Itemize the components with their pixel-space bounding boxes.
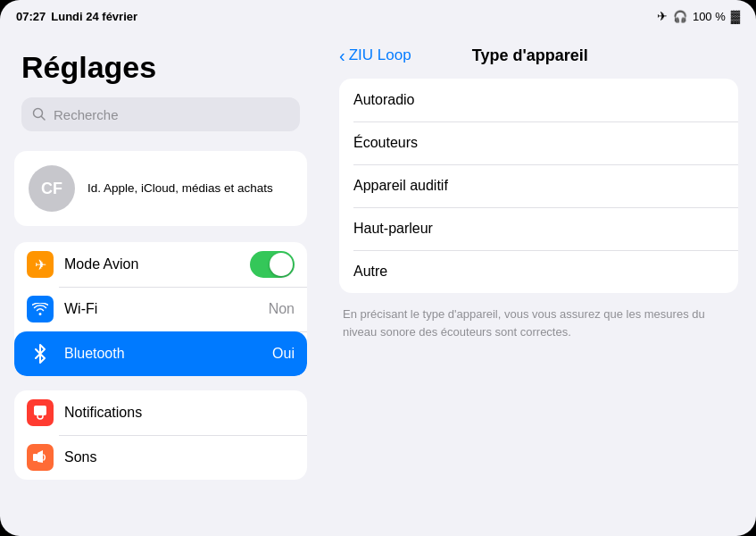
notifications-label: Notifications <box>64 405 295 421</box>
search-bar[interactable]: Recherche <box>21 97 300 131</box>
option-haut-parleur[interactable]: Haut-parleur <box>339 207 738 250</box>
airplane-status-icon: ✈ <box>657 9 668 23</box>
option-label-autoradio: Autoradio <box>353 92 415 108</box>
headphone-icon: 🎧 <box>673 10 687 23</box>
avatar: CF <box>29 165 75 212</box>
option-label-ecouteurs: Écouteurs <box>353 135 418 151</box>
status-bar: 07:27 Lundi 24 février ✈ 🎧 100 % ▓ <box>0 0 756 32</box>
back-button[interactable]: ‹ ZIU Loop <box>339 46 411 64</box>
mode-avion-toggle[interactable] <box>250 251 295 278</box>
search-placeholder: Recherche <box>54 107 119 122</box>
sidebar-header: Réglages Recherche <box>0 32 321 142</box>
svg-rect-3 <box>33 454 37 461</box>
sons-icon <box>27 444 54 471</box>
svg-rect-2 <box>34 406 46 415</box>
sidebar-item-wifi[interactable]: Wi-Fi Non <box>14 287 307 331</box>
sidebar: Réglages Recherche CF Id. Apple, iCloud,… <box>0 32 321 536</box>
back-chevron-icon: ‹ <box>339 46 345 64</box>
option-label-appareil-auditif: Appareil auditif <box>353 178 448 194</box>
main-content: Réglages Recherche CF Id. Apple, iCloud,… <box>0 32 756 536</box>
settings-group-connectivity: ✈ Mode Avion <box>14 242 307 376</box>
right-panel-content: Autoradio Écouteurs Appareil auditif Hau… <box>321 79 756 536</box>
sidebar-item-mode-avion[interactable]: ✈ Mode Avion <box>14 242 307 287</box>
bluetooth-value: Oui <box>272 346 295 362</box>
sidebar-item-bluetooth[interactable]: Bluetooth Oui <box>14 331 307 376</box>
option-autre[interactable]: Autre <box>339 250 738 293</box>
battery-percent: 100 % <box>693 10 726 23</box>
search-icon <box>32 107 46 121</box>
right-panel: ‹ ZIU Loop Type d'appareil Autoradio Éco… <box>321 32 756 536</box>
sidebar-item-sons[interactable]: Sons <box>14 435 307 480</box>
sidebar-title: Réglages <box>21 50 300 85</box>
notifications-icon <box>27 399 54 426</box>
option-ecouteurs[interactable]: Écouteurs <box>339 121 738 164</box>
option-label-autre: Autre <box>353 264 387 280</box>
wifi-icon <box>27 296 54 322</box>
option-autoradio[interactable]: Autoradio <box>339 79 738 121</box>
status-right: ✈ 🎧 100 % ▓ <box>657 9 740 23</box>
ipad-frame: 07:27 Lundi 24 février ✈ 🎧 100 % ▓ Régla… <box>0 0 756 536</box>
sons-label: Sons <box>64 449 295 465</box>
right-nav: ‹ ZIU Loop Type d'appareil <box>321 32 756 79</box>
profile-description: Id. Apple, iCloud, médias et achats <box>87 180 273 197</box>
right-panel-title: Type d'appareil <box>411 46 649 65</box>
mode-avion-icon: ✈ <box>27 251 54 278</box>
wifi-label: Wi-Fi <box>64 301 258 317</box>
time-display: 07:27 <box>16 10 46 23</box>
status-left: 07:27 Lundi 24 février <box>16 10 137 23</box>
wifi-value: Non <box>269 301 295 317</box>
description-text: En précisant le type d'appareil, vous vo… <box>339 306 738 340</box>
date-display: Lundi 24 février <box>51 10 137 23</box>
mode-avion-label: Mode Avion <box>64 256 239 272</box>
svg-line-1 <box>42 117 46 121</box>
option-appareil-auditif[interactable]: Appareil auditif <box>339 164 738 207</box>
sidebar-item-notifications[interactable]: Notifications <box>14 390 307 435</box>
battery-icon: ▓ <box>731 9 740 23</box>
options-card: Autoradio Écouteurs Appareil auditif Hau… <box>339 79 738 293</box>
option-label-haut-parleur: Haut-parleur <box>353 221 433 237</box>
bluetooth-label: Bluetooth <box>64 346 262 362</box>
toggle-knob <box>270 253 293 276</box>
settings-group-system: Notifications Sons <box>14 390 307 480</box>
profile-card[interactable]: CF Id. Apple, iCloud, médias et achats <box>14 151 307 226</box>
bluetooth-icon <box>27 340 54 367</box>
back-label: ZIU Loop <box>349 46 411 64</box>
